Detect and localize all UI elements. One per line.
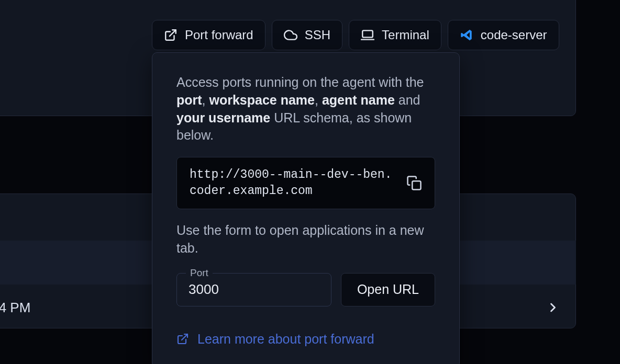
port-forward-label: Port forward: [185, 28, 253, 42]
port-forward-popover: Access ports running on the agent with t…: [152, 52, 460, 364]
terminal-button[interactable]: Terminal: [349, 20, 441, 50]
port-form-row: Port Open URL: [176, 273, 435, 306]
external-link-icon: [164, 28, 178, 42]
open-url-button[interactable]: Open URL: [341, 273, 435, 306]
url-example-box: http://3000--main--dev--ben.coder.exampl…: [176, 157, 435, 209]
workspace-app-toolbar: Port forward SSH Terminal code-server: [152, 20, 559, 50]
vscode-icon: [460, 28, 473, 42]
laptop-icon: [361, 28, 374, 42]
learn-more-link[interactable]: Learn more about port forward: [176, 332, 435, 347]
popover-description: Access ports running on the agent with t…: [176, 74, 435, 144]
desc-sep: ,: [315, 93, 322, 107]
desc-workspace: workspace name: [209, 93, 315, 107]
svg-line-4: [182, 334, 187, 340]
port-label: Port: [186, 267, 213, 279]
desc-user: your username: [176, 110, 270, 125]
desc-agent: agent name: [322, 93, 395, 107]
ssh-button[interactable]: SSH: [272, 20, 342, 50]
ssh-label: SSH: [305, 28, 330, 42]
desc-sep: ,: [202, 93, 209, 107]
desc-and: and: [395, 93, 420, 107]
code-server-button[interactable]: code-server: [448, 20, 559, 50]
url-example-text: http://3000--main--dev--ben.coder.exampl…: [190, 167, 398, 199]
port-forward-button[interactable]: Port forward: [152, 20, 265, 50]
port-field: Port: [176, 273, 331, 306]
terminal-label: Terminal: [382, 28, 429, 42]
svg-line-0: [170, 30, 176, 36]
svg-rect-3: [412, 181, 420, 189]
form-hint: Use the form to open applications in a n…: [176, 222, 435, 257]
svg-rect-1: [362, 30, 373, 37]
desc-port: port: [176, 93, 202, 107]
cloud-icon: [284, 28, 297, 42]
learn-more-text: Learn more about port forward: [197, 332, 374, 347]
chevron-right-icon: [546, 300, 560, 315]
code-server-label: code-server: [481, 28, 547, 42]
desc-text: Access ports running on the agent with t…: [176, 75, 424, 89]
external-link-icon: [176, 333, 189, 345]
copy-icon: [406, 175, 422, 191]
copy-url-button[interactable]: [406, 175, 422, 191]
time-fragment: :54 PM: [0, 300, 30, 316]
